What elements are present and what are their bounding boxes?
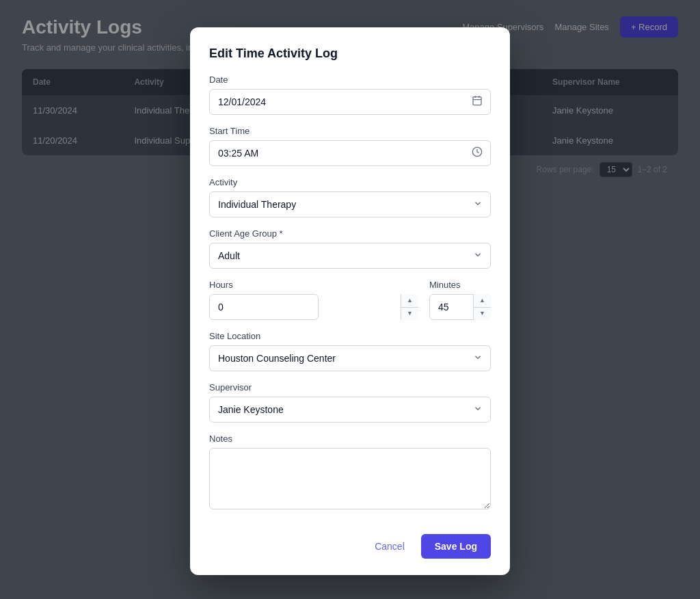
clock-icon	[472, 146, 483, 160]
minutes-spinner: ▲ ▼	[429, 294, 491, 320]
notes-input[interactable]	[209, 448, 491, 509]
start-time-label: Start Time	[209, 126, 491, 136]
modal-footer: Cancel Save Log	[209, 523, 491, 559]
start-time-input[interactable]	[209, 140, 491, 166]
modal-title: Edit Time Activity Log	[209, 46, 491, 61]
hours-spinner-btns: ▲ ▼	[401, 294, 418, 320]
calendar-icon	[472, 95, 483, 109]
notes-label: Notes	[209, 434, 491, 444]
supervisor-group: Supervisor Janie Keystone John Smith	[209, 382, 491, 423]
minutes-down-btn[interactable]: ▼	[474, 308, 491, 321]
edit-log-modal: Edit Time Activity Log Date Start Time	[190, 27, 510, 575]
site-location-label: Site Location	[209, 331, 491, 341]
client-age-select[interactable]: Adult Child Adolescent Older Adult	[209, 243, 491, 269]
date-input-wrapper	[209, 89, 491, 115]
cancel-button[interactable]: Cancel	[366, 535, 413, 557]
save-log-button[interactable]: Save Log	[421, 534, 491, 559]
minutes-up-btn[interactable]: ▲	[474, 294, 491, 308]
hours-group: Hours ▲ ▼	[209, 280, 418, 320]
modal-overlay: Edit Time Activity Log Date Start Time	[0, 0, 700, 599]
start-time-input-wrapper	[209, 140, 491, 166]
date-label: Date	[209, 75, 491, 85]
hours-down-btn[interactable]: ▼	[401, 308, 418, 321]
activity-group: Activity Individual Therapy Individual S…	[209, 177, 491, 217]
activity-label: Activity	[209, 177, 491, 187]
hours-up-btn[interactable]: ▲	[401, 294, 418, 308]
hours-label: Hours	[209, 280, 418, 290]
date-input[interactable]	[209, 89, 491, 115]
svg-rect-0	[473, 97, 481, 105]
client-age-label: Client Age Group *	[209, 228, 491, 239]
hours-spinner: ▲ ▼	[209, 294, 418, 320]
client-age-select-wrapper: Adult Child Adolescent Older Adult	[209, 243, 491, 269]
minutes-spinner-btns: ▲ ▼	[473, 294, 491, 320]
supervisor-select[interactable]: Janie Keystone John Smith	[209, 397, 491, 423]
site-location-select-wrapper: Houston Counseling Center Dallas Counsel…	[209, 345, 491, 371]
client-age-group: Client Age Group * Adult Child Adolescen…	[209, 228, 491, 269]
minutes-label: Minutes	[429, 280, 491, 290]
start-time-group: Start Time	[209, 126, 491, 166]
hours-minutes-row: Hours ▲ ▼ Minutes ▲ ▼	[209, 280, 491, 331]
site-location-group: Site Location Houston Counseling Center …	[209, 331, 491, 371]
notes-group: Notes	[209, 434, 491, 509]
minutes-group: Minutes ▲ ▼	[429, 280, 491, 320]
hours-input[interactable]	[209, 294, 319, 320]
site-location-select[interactable]: Houston Counseling Center Dallas Counsel…	[209, 345, 491, 371]
date-group: Date	[209, 75, 491, 115]
activity-select[interactable]: Individual Therapy Individual Supervisio…	[209, 191, 491, 217]
supervisor-select-wrapper: Janie Keystone John Smith	[209, 397, 491, 423]
activity-select-wrapper: Individual Therapy Individual Supervisio…	[209, 191, 491, 217]
supervisor-label: Supervisor	[209, 382, 491, 392]
